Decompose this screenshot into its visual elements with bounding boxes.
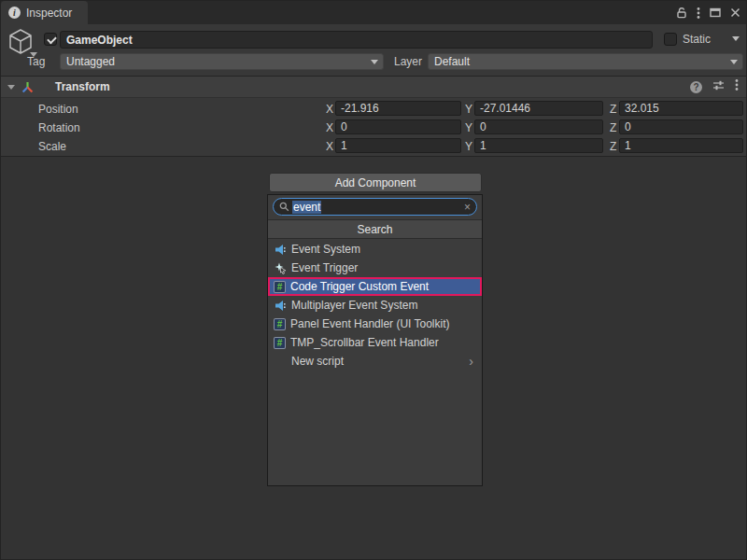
layer-value: Default xyxy=(434,55,470,68)
submenu-chevron-icon: › xyxy=(469,355,473,368)
foldout-arrow-icon[interactable] xyxy=(7,85,15,90)
static-dropdown-arrow-icon[interactable] xyxy=(732,36,740,41)
list-item-new-script[interactable]: New script › xyxy=(268,352,482,371)
search-input-value: event xyxy=(292,201,321,214)
transform-icon xyxy=(21,80,34,97)
position-label: Position xyxy=(38,103,78,116)
kebab-menu-icon[interactable] xyxy=(735,78,739,95)
presets-icon[interactable] xyxy=(712,78,725,95)
rotation-z-field[interactable] xyxy=(619,119,743,134)
axis-y-label: Y xyxy=(465,103,472,116)
tab-bar: i Inspector xyxy=(1,1,746,24)
rotation-row: Rotation X Y Z xyxy=(1,119,746,137)
list-item-label: Panel Event Handler (UI Toolkit) xyxy=(290,317,450,330)
csharp-script-icon: # xyxy=(274,337,286,349)
axis-y-label: Y xyxy=(465,140,472,153)
rotation-label: Rotation xyxy=(38,121,80,134)
axis-z-label: Z xyxy=(610,140,616,153)
kebab-menu-icon[interactable] xyxy=(697,7,700,20)
tag-label: Tag xyxy=(27,55,45,68)
scale-row: Scale X Y Z xyxy=(1,137,746,156)
scale-x-field[interactable] xyxy=(335,138,461,153)
help-icon[interactable]: ? xyxy=(690,81,702,93)
list-item-event-system[interactable]: Event System xyxy=(268,240,482,259)
position-x-field[interactable] xyxy=(335,101,461,116)
transform-title: Transform xyxy=(55,80,110,93)
tab-inspector[interactable]: i Inspector xyxy=(1,1,88,24)
axis-x-label: X xyxy=(326,121,333,134)
chevron-down-icon xyxy=(371,60,378,64)
axis-y-label: Y xyxy=(465,121,472,134)
tag-dropdown[interactable]: Untagged xyxy=(60,53,384,70)
tab-label: Inspector xyxy=(26,7,72,20)
list-item-panel-event-handler[interactable]: # Panel Event Handler (UI Toolkit) xyxy=(268,315,482,333)
list-item-tmp-scrollbar-event-handler[interactable]: # TMP_Scrollbar Event Handler xyxy=(268,333,482,352)
position-y-field[interactable] xyxy=(474,101,603,116)
component-list: Event System Event Trigger # Code Trigge… xyxy=(268,240,482,371)
unlock-icon[interactable] xyxy=(676,7,687,19)
info-icon: i xyxy=(8,7,21,19)
list-item-label: Event System xyxy=(291,243,360,256)
axis-z-label: Z xyxy=(610,121,616,134)
list-item-label: Event Trigger xyxy=(291,261,358,274)
event-system-icon xyxy=(274,243,287,256)
list-item-label: Code Trigger Custom Event xyxy=(290,280,429,293)
axis-x-label: X xyxy=(326,140,333,153)
rotation-x-field[interactable] xyxy=(335,119,461,134)
add-component-popup: event × Search Event System xyxy=(267,194,483,486)
inspector-empty-area: Add Component event × Search Event Syste… xyxy=(1,156,746,559)
position-z-field[interactable] xyxy=(619,101,743,116)
layer-dropdown[interactable]: Default xyxy=(428,53,743,70)
rotation-y-field[interactable] xyxy=(474,119,603,134)
active-checkbox[interactable] xyxy=(44,33,57,46)
event-system-icon xyxy=(274,299,287,312)
search-icon xyxy=(279,199,289,216)
axis-x-label: X xyxy=(326,103,333,116)
search-input[interactable]: event × xyxy=(273,198,477,216)
event-trigger-icon xyxy=(274,261,287,274)
tag-value: Untagged xyxy=(66,55,115,68)
scale-z-field[interactable] xyxy=(619,138,743,153)
csharp-script-icon: # xyxy=(274,318,286,330)
axis-z-label: Z xyxy=(610,103,616,116)
clear-search-icon[interactable]: × xyxy=(464,202,471,213)
maximize-icon[interactable] xyxy=(710,7,721,18)
scale-y-field[interactable] xyxy=(474,138,603,153)
position-row: Position X Y Z xyxy=(1,100,746,119)
chevron-down-icon xyxy=(730,60,738,64)
close-icon[interactable] xyxy=(730,7,740,18)
transform-component: Transform ? Position X xyxy=(1,76,746,157)
static-checkbox[interactable] xyxy=(664,33,677,46)
list-item-label: New script xyxy=(291,355,344,368)
list-item-event-trigger[interactable]: Event Trigger xyxy=(268,259,482,277)
static-label: Static xyxy=(683,33,711,46)
list-item-code-trigger-custom-event[interactable]: # Code Trigger Custom Event xyxy=(268,277,482,296)
list-item-label: Multiplayer Event System xyxy=(291,299,417,312)
gameobject-name-input[interactable] xyxy=(60,31,653,49)
list-item-multiplayer-event-system[interactable]: Multiplayer Event System xyxy=(268,296,482,315)
search-section-header: Search xyxy=(268,219,482,239)
inspector-window: i Inspector Static xyxy=(0,0,747,560)
layer-label: Layer xyxy=(394,55,422,68)
csharp-script-icon: # xyxy=(274,281,286,293)
gameobject-cube-icon[interactable] xyxy=(7,28,35,58)
add-component-button[interactable]: Add Component xyxy=(269,173,482,192)
gameobject-header: Static Tag Untagged Layer Default xyxy=(1,24,746,76)
scale-label: Scale xyxy=(38,140,66,153)
transform-header[interactable]: Transform ? xyxy=(1,77,746,98)
list-item-label: TMP_Scrollbar Event Handler xyxy=(290,336,439,349)
